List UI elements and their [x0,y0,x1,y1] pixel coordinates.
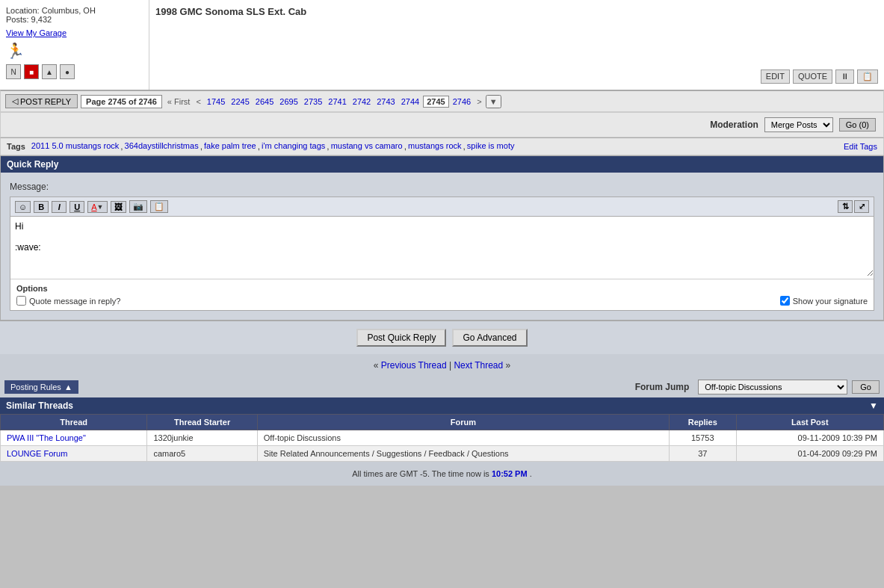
page-1745[interactable]: 1745 [205,96,227,107]
thread-nav-prefix: « [374,360,379,371]
signature-checkbox[interactable] [780,296,790,306]
page-2743[interactable]: 2743 [374,96,397,107]
image-button[interactable]: 🖼 [111,201,126,213]
prev-page-link[interactable]: < [194,96,203,107]
forum-jump: Forum Jump Off-topic Discussions Go [635,380,880,394]
underline-button[interactable]: U [69,201,84,213]
message-editor[interactable]: Hi :wave: [10,217,874,276]
tag-6[interactable]: mustangs rock [408,141,462,152]
footer-period: . [530,469,532,478]
forum-jump-go-button[interactable]: Go [852,380,880,394]
tag-1[interactable]: 2011 5.0 mustangs rock [31,141,119,152]
next-thread-link[interactable]: Next Thread [454,360,503,371]
similar-threads-table: Thread Thread Starter Forum Replies Last… [0,414,884,462]
footer-time: 10:52 PM [492,469,528,478]
thread-nav: « Previous Thread | Next Thread » [0,354,884,377]
thread-starter-2: camaro5 [147,446,257,462]
italic-button[interactable]: I [52,201,67,213]
thread-link-2[interactable]: LOUNGE Forum [7,449,67,458]
post-reply-label: POST REPLY [20,97,71,106]
bold-button[interactable]: B [34,201,49,213]
post-quick-reply-button[interactable]: Post Quick Reply [356,329,446,347]
resize-button[interactable]: ⇅ [838,200,853,213]
bottom-row: Posting Rules ▲ Forum Jump Off-topic Dis… [0,377,884,397]
code-button[interactable]: 📋 [150,200,168,213]
quote-checkbox[interactable] [16,296,26,306]
quote-label: Quote message in reply? [29,297,120,306]
font-color-dropdown[interactable]: A▼ [87,201,107,213]
col-replies: Replies [669,415,736,430]
moderation-go-button[interactable]: Go (0) [839,118,876,131]
smilies-button[interactable]: ☺ [15,201,31,213]
go-advanced-button[interactable]: Go Advanced [452,329,527,347]
thread-last-post-2: 01-04-2009 09:29 PM [736,446,883,462]
moderation-select[interactable]: Merge Posts [764,117,833,132]
video-button[interactable]: 📷 [129,200,147,213]
page-2645[interactable]: 2645 [253,96,276,107]
toolbar-right-buttons: ⇅ ⤢ [838,200,869,213]
similar-threads-collapse[interactable]: ▼ [869,400,878,411]
tag-4[interactable]: i'm changing tags [262,141,325,152]
tags-list: 2011 5.0 mustangs rock, 364daystillchris… [31,141,515,152]
tag-2[interactable]: 364daystillchristmas [125,141,199,152]
moderation-label: Moderation [710,120,758,130]
clipboard-button[interactable]: 📋 [857,69,878,84]
user-posts: Posts: 9,432 [6,15,143,24]
quick-reply-section: Quick Reply Message: ☺ B I U A▼ 🖼 📷 📋 [0,155,884,321]
similar-threads-title: Similar Threads [6,400,73,411]
page-dropdown-button[interactable]: ▼ [486,95,501,108]
editor-container: ☺ B I U A▼ 🖼 📷 📋 ⇅ ⤢ Hi :wav [10,196,874,311]
moderation-bar: Moderation Merge Posts Go (0) [0,112,884,137]
vehicle-title: 1998 GMC Sonoma SLS Ext. Cab [155,6,878,17]
posting-rules-icon: ▲ [64,383,72,392]
action-icon-warn[interactable]: ▲ [42,64,57,79]
signature-label: Show your signature [793,297,868,306]
thread-starter-1: 1320junkie [147,430,257,446]
tag-3[interactable]: fake palm tree [204,141,256,152]
thread-replies-2: 37 [669,446,736,462]
quote-button[interactable]: QUOTE [793,69,832,84]
edit-tags-link[interactable]: Edit Tags [844,142,877,151]
expand-button[interactable]: ⤢ [854,200,869,213]
thread-link-1[interactable]: PWA III "The Lounge" [7,433,86,442]
edit-button[interactable]: EDIT [761,69,790,84]
thread-nav-separator: | [449,360,451,371]
thread-nav-suffix: » [506,360,511,371]
page-2741[interactable]: 2741 [326,96,348,107]
page-2742[interactable]: 2742 [350,96,373,107]
action-icon-list[interactable]: ● [60,64,75,79]
table-row: PWA III "The Lounge" 1320junkie Off-topi… [1,430,884,446]
previous-thread-link[interactable]: Previous Thread [381,360,447,371]
page-2746[interactable]: 2746 [451,96,473,107]
sidebar: Location: Columbus, OH Posts: 9,432 View… [0,0,149,90]
footer-text: All times are GMT -5. The time now is [352,469,489,478]
page-2245[interactable]: 2245 [229,96,251,107]
page-2695[interactable]: 2695 [277,96,300,107]
similar-threads-section: Similar Threads ▼ Thread Thread Starter … [0,397,884,462]
posting-rules-button[interactable]: Posting Rules ▲ [4,380,78,394]
message-label: Message: [10,182,874,192]
pause-button[interactable]: ⏸ [835,69,854,84]
page-2744[interactable]: 2744 [399,96,421,107]
tag-5[interactable]: mustang vs camaro [331,141,403,152]
first-page-link[interactable]: « First [165,96,193,107]
page-links: « First < 1745 2245 2645 2695 2735 2741 … [165,95,501,108]
action-icon-n[interactable]: N [6,64,21,79]
footer: All times are GMT -5. The time now is 10… [0,462,884,486]
col-thread: Thread [1,415,147,430]
post-reply-button[interactable]: ◁ POST REPLY [5,94,78,108]
page-2745-current: 2745 [423,96,448,108]
next-page-link[interactable]: > [475,96,483,107]
col-forum: Forum [257,415,669,430]
runner-icon: 🏃 [6,42,143,60]
view-garage-link[interactable]: View My Garage [6,28,143,37]
page-2735[interactable]: 2735 [302,96,324,107]
action-icon-red[interactable]: ■ [24,64,39,79]
similar-threads-header: Similar Threads ▼ [0,397,884,414]
tags-bar: Tags 2011 5.0 mustangs rock, 364daystill… [0,137,884,155]
posting-rules-label: Posting Rules [10,383,61,392]
options-section: Options Quote message in reply? Show you… [10,279,874,310]
reply-icon: ◁ [12,96,18,106]
tag-7[interactable]: spike is moty [467,141,515,152]
forum-jump-select[interactable]: Off-topic Discussions [698,380,847,394]
